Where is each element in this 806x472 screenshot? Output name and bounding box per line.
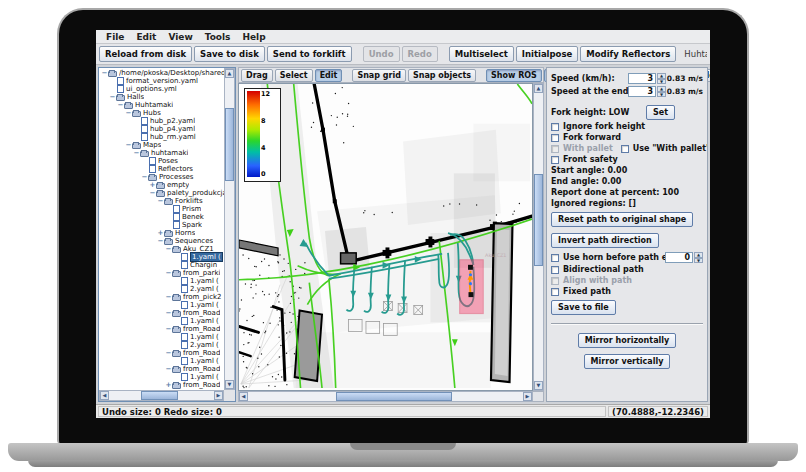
- map-vertical-scrollbar[interactable]: ▲ ▼: [533, 83, 544, 391]
- initialpose-button[interactable]: Initialpose: [516, 46, 579, 62]
- tree-horizontal-scrollbar[interactable]: ◀ ▶: [99, 390, 224, 401]
- checkbox-fixed-path[interactable]: [551, 288, 559, 296]
- send-to-forklift-button[interactable]: Send to forklift: [267, 46, 352, 62]
- collapse-handle-icon[interactable]: −: [165, 246, 172, 253]
- collapse-handle-icon[interactable]: −: [101, 70, 108, 77]
- collapse-handle-icon[interactable]: −: [165, 310, 172, 317]
- scroll-up-icon[interactable]: ▲: [534, 84, 543, 93]
- tree-item-palety-produkcja[interactable]: −palety_produkcja: [100, 189, 224, 197]
- collapse-handle-icon[interactable]: −: [165, 366, 172, 373]
- tree-item-huhtamaki[interactable]: −Huhtamaki: [100, 101, 224, 109]
- menu-tools[interactable]: Tools: [199, 32, 237, 42]
- use-horn-before-path-end-spinner-value[interactable]: 0: [665, 252, 693, 263]
- collapse-handle-icon[interactable]: −: [117, 102, 124, 109]
- checkbox-ignore-fork-height[interactable]: [551, 123, 559, 131]
- path-control-point[interactable]: [469, 282, 472, 285]
- spinner-down-icon[interactable]: ▼: [657, 79, 666, 85]
- scroll-left-icon[interactable]: ◀: [239, 392, 248, 401]
- tree-item-chargin[interactable]: Chargin: [100, 261, 224, 269]
- use-horn-before-path-end-spinner[interactable]: 0▲▼: [665, 252, 703, 263]
- scroll-right-icon[interactable]: ▶: [214, 391, 223, 400]
- tree-item-from-road[interactable]: −from_Road: [100, 365, 224, 373]
- tree-item-from-pick2[interactable]: −from_pick2: [100, 293, 224, 301]
- collapse-handle-icon[interactable]: −: [157, 198, 164, 205]
- tree-item-format-version-yaml[interactable]: format_version.yaml: [100, 77, 224, 85]
- tree-item-hubs[interactable]: −Hubs: [100, 109, 224, 117]
- path-control-point[interactable]: [469, 273, 472, 276]
- tree-item-1-yaml[interactable]: 1.yaml (: [100, 357, 224, 365]
- checkbox-use-with-pallet[interactable]: [621, 145, 629, 153]
- tree-item-ui-options-yml[interactable]: ui_options.yml: [100, 85, 224, 93]
- tree-item-benek[interactable]: Benek: [100, 213, 224, 221]
- tree-item-processes[interactable]: −Processes: [100, 173, 224, 181]
- checkbox-front-safety[interactable]: [551, 156, 559, 164]
- tree-item-hub-p2-yaml[interactable]: hub_p2.yaml: [100, 117, 224, 125]
- menu-view[interactable]: View: [162, 32, 198, 42]
- invert-path-direction-button[interactable]: Invert path direction: [551, 233, 659, 248]
- collapse-handle-icon[interactable]: −: [133, 150, 140, 157]
- tree-item-hub-p4-yaml[interactable]: hub_p4.yaml: [100, 125, 224, 133]
- reset-path-to-original-shape-button[interactable]: Reset path to original shape: [551, 212, 693, 227]
- spinner-down-icon[interactable]: ▼: [694, 258, 703, 264]
- mirror-vertically-button[interactable]: Mirror vertically: [584, 354, 671, 369]
- collapse-handle-icon[interactable]: −: [165, 270, 172, 277]
- map-show-ros-button[interactable]: Show ROS: [486, 69, 542, 82]
- menu-file[interactable]: File: [100, 32, 130, 42]
- tree-item-1-yaml[interactable]: 1.yaml (: [100, 333, 224, 341]
- speed-at-the-end-km-h-spinner[interactable]: 3▲▼: [628, 86, 666, 97]
- collapse-handle-icon[interactable]: −: [125, 110, 132, 117]
- tree-item-spark[interactable]: Spark: [100, 221, 224, 229]
- tree-item-from-parki[interactable]: −from_parki: [100, 269, 224, 277]
- expand-handle-icon[interactable]: +: [149, 182, 156, 189]
- collapse-handle-icon[interactable]: −: [157, 238, 164, 245]
- map-select-button[interactable]: Select: [275, 69, 313, 82]
- map-drag-button[interactable]: Drag: [241, 69, 273, 82]
- tree-item-1-yaml[interactable]: 1.yaml (: [100, 253, 224, 261]
- reload-from-disk-button[interactable]: Reload from disk: [99, 46, 192, 62]
- menu-help[interactable]: Help: [236, 32, 271, 42]
- collapse-handle-icon[interactable]: −: [141, 174, 148, 181]
- tree-item-poses[interactable]: Poses: [100, 157, 224, 165]
- expand-handle-icon[interactable]: +: [165, 382, 172, 389]
- expand-handle-icon[interactable]: +: [157, 230, 164, 237]
- collapse-handle-icon[interactable]: −: [165, 326, 172, 333]
- tree-item-horns[interactable]: +Horns: [100, 229, 224, 237]
- tree-item-from-road[interactable]: +from_Road: [100, 381, 224, 389]
- checkbox-bidirectional-path[interactable]: [551, 266, 559, 274]
- tree-item-huhtamaki[interactable]: −huhtamaki: [100, 149, 224, 157]
- modify-reflectors-button[interactable]: Modify Reflectors: [580, 46, 676, 62]
- tree-item-halls[interactable]: −Halls: [100, 93, 224, 101]
- tree-item-1-yaml[interactable]: 1.yaml (: [100, 277, 224, 285]
- tree-item-from-road[interactable]: −from_Road: [100, 349, 224, 357]
- tree-vscroll-thumb[interactable]: [225, 108, 234, 180]
- save-to-file-button[interactable]: Save to file: [551, 300, 616, 315]
- map-canvas[interactable]: Aku_CZ1 12840: [238, 83, 533, 391]
- collapse-handle-icon[interactable]: −: [109, 94, 116, 101]
- menu-edit[interactable]: Edit: [130, 32, 162, 42]
- map-hscroll-thumb[interactable]: [336, 392, 452, 401]
- map-snap-objects-button[interactable]: Snap objects: [408, 69, 476, 82]
- tree-item-maps[interactable]: −Maps: [100, 141, 224, 149]
- path-endpoint-start[interactable]: [468, 265, 473, 270]
- tree-item-1-yaml[interactable]: 1.yaml (: [100, 301, 224, 309]
- collapse-handle-icon[interactable]: −: [165, 350, 172, 357]
- scroll-left-icon[interactable]: ◀: [100, 391, 109, 400]
- multiselect-button[interactable]: Multiselect: [449, 46, 514, 62]
- tree-vertical-scrollbar[interactable]: ▲ ▼: [224, 68, 235, 390]
- mirror-horizontally-button[interactable]: Mirror horizontally: [578, 333, 676, 348]
- path-endpoint-end[interactable]: [469, 292, 474, 297]
- tree-item-from-road[interactable]: −from_Road: [100, 309, 224, 317]
- tree-item-prism[interactable]: Prism: [100, 205, 224, 213]
- tree-item-from-road[interactable]: −from_Road: [100, 325, 224, 333]
- map-edit-button[interactable]: Edit: [315, 69, 343, 82]
- speed-km-h-spinner[interactable]: 3▲▼: [628, 73, 666, 84]
- map-vscroll-thumb[interactable]: [534, 174, 543, 266]
- speed-km-h-spinner-value[interactable]: 3: [628, 73, 656, 84]
- tree-item-reflectors[interactable]: Reflectors: [100, 165, 224, 173]
- checkbox-use-horn-before-path-end[interactable]: [551, 254, 559, 262]
- scroll-right-icon[interactable]: ▶: [523, 392, 532, 401]
- tree-item-empty[interactable]: +empty: [100, 181, 224, 189]
- spinner-down-icon[interactable]: ▼: [657, 92, 666, 98]
- tree-hscroll-thumb[interactable]: [141, 391, 179, 400]
- scroll-up-icon[interactable]: ▲: [225, 69, 234, 78]
